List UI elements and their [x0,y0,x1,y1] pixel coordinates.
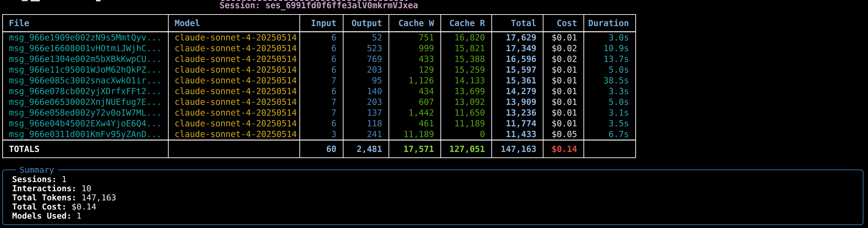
column-header-model: Model [168,14,300,32]
summary-label: Total Tokens: [12,193,76,202]
usage-table: File Model Input Output Cache W Cache R … [2,14,636,158]
table-row: msg_966e04b45002EXw4YjoE6Q4...claude-son… [3,118,636,129]
cell-cache-r: 13,092 [441,97,492,107]
cell-total: 17,629 [492,32,543,43]
summary-value: 1 [71,211,81,221]
cell-input: 6 [300,43,343,54]
cell-total: 13,909 [492,97,543,107]
cell-model: claude-sonnet-4-20250514 [168,107,300,118]
cell-total: 16,596 [492,54,543,64]
cell-output: 95 [343,75,389,86]
cell-cache-w: 1,126 [389,75,441,86]
usage-table-footer: TOTALS 60 2,481 17,571 127,051 147,163 $… [3,140,636,158]
table-row: msg_966e06530002XnjNUEfug7E...claude-son… [3,97,636,107]
table-row: msg_966e16608001vHOtmiJWjhC...claude-son… [3,43,636,54]
totals-duration-cell [584,140,636,158]
cell-cost: $0.05 [543,129,584,140]
table-row: msg_966e0311d001KmFv95yZAnD...claude-son… [3,129,636,140]
summary-line: Total Cost: $0.14 [12,202,863,211]
cell-cost: $0.01 [543,64,584,75]
totals-cache-w: 17,571 [389,140,441,158]
table-row: msg_966e058ed002y72v0oIW7ML...claude-son… [3,107,636,118]
summary-panel-title: Summary [16,165,58,175]
summary-lines: Sessions: 1Interactions: 10Total Tokens:… [3,170,863,221]
summary-label: Total Cost: [12,202,66,211]
summary-label: Interactions: [12,184,76,193]
cell-cost: $0.01 [543,32,584,43]
cell-cache-w: 999 [389,43,441,54]
column-header-input: Input [300,14,343,32]
cell-model: claude-sonnet-4-20250514 [168,118,300,129]
cell-duration: 3.0s [584,32,636,43]
table-row: msg_966e11c95001WJoM62hQkPZ...claude-son… [3,64,636,75]
cell-model: claude-sonnet-4-20250514 [168,64,300,75]
cell-model: claude-sonnet-4-20250514 [168,32,300,43]
column-header-output: Output [343,14,389,32]
cell-duration: 3.1s [584,107,636,118]
cell-input: 7 [300,75,343,86]
cell-cache-w: 607 [389,97,441,107]
cell-file: msg_966e078cb002yjXDrfxFFt2... [3,86,168,97]
cell-duration: 38.5s [584,75,636,86]
summary-line: Total Tokens: 147,163 [12,193,863,202]
cell-input: 6 [300,32,343,43]
totals-model-cell [168,140,300,158]
cell-cost: $0.01 [543,118,584,129]
cell-cache-r: 11,650 [441,107,492,118]
cell-cache-r: 15,259 [441,64,492,75]
cell-input: 6 [300,64,343,75]
summary-value: 147,163 [76,193,116,202]
summary-value: $0.14 [66,202,96,211]
cell-output: 118 [343,118,389,129]
column-header-cache-r: Cache R [441,14,492,32]
cell-input: 7 [300,97,343,107]
summary-panel: Summary Sessions: 1Interactions: 10Total… [2,169,863,225]
table-row: msg_966e085c3002snacXwkO1ir...claude-son… [3,75,636,86]
totals-label: TOTALS [3,140,168,158]
cell-duration: 5.0s [584,64,636,75]
cell-cost: $0.01 [543,107,584,118]
cell-duration: 3.3s [584,86,636,97]
cell-duration: 6.7s [584,129,636,140]
totals-output: 2,481 [343,140,389,158]
cell-output: 52 [343,32,389,43]
header-row: File Model Input Output Cache W Cache R … [3,14,636,32]
cell-total: 14,279 [492,86,543,97]
cell-cache-r: 15,388 [441,54,492,64]
cell-file: msg_966e16608001vHOtmiJWjhC... [3,43,168,54]
totals-cache-r: 127,051 [441,140,492,158]
cell-total: 11,433 [492,129,543,140]
cell-file: msg_966e06530002XnjNUEfug7E... [3,97,168,107]
column-header-file: File [3,14,168,32]
cell-model: claude-sonnet-4-20250514 [168,129,300,140]
cell-output: 769 [343,54,389,64]
summary-value: 1 [57,174,66,184]
table-row: msg_966e1304e002m5bXBkKwpCU...claude-son… [3,54,636,64]
cell-output: 140 [343,86,389,97]
totals-total: 147,163 [492,140,543,158]
usage-table-body: msg_966e1909e002zN9s5MmtQyv...claude-son… [3,32,636,140]
cell-cache-r: 13,699 [441,86,492,97]
cell-input: 6 [300,54,343,64]
cell-file: msg_966e1304e002m5bXBkKwpCU... [3,54,168,64]
cell-cache-w: 129 [389,64,441,75]
table-row: msg_966e1909e002zN9s5MmtQyv...claude-son… [3,32,636,43]
cell-cost: $0.02 [543,54,584,64]
summary-label: Sessions: [12,174,57,184]
cell-total: 15,597 [492,64,543,75]
cell-duration: 13.7s [584,54,636,64]
totals-row: TOTALS 60 2,481 17,571 127,051 147,163 $… [3,140,636,158]
cell-file: msg_966e04b45002EXw4YjoE6Q4... [3,118,168,129]
cell-cache-w: 433 [389,54,441,64]
summary-value: 10 [76,184,91,193]
cell-input: 6 [300,118,343,129]
cell-cache-w: 434 [389,86,441,97]
column-header-total: Total [492,14,543,32]
terminal-screen[interactable]: Session: ses_6991fd0f6ffe3alV0mkrmVJxea … [0,0,868,228]
cell-total: 17,349 [492,43,543,54]
cell-cache-r: 11,189 [441,118,492,129]
cell-input: 7 [300,107,343,118]
table-row: msg_966e078cb002yjXDrfxFFt2...claude-son… [3,86,636,97]
cell-output: 203 [343,64,389,75]
usage-table-header: File Model Input Output Cache W Cache R … [3,14,636,32]
